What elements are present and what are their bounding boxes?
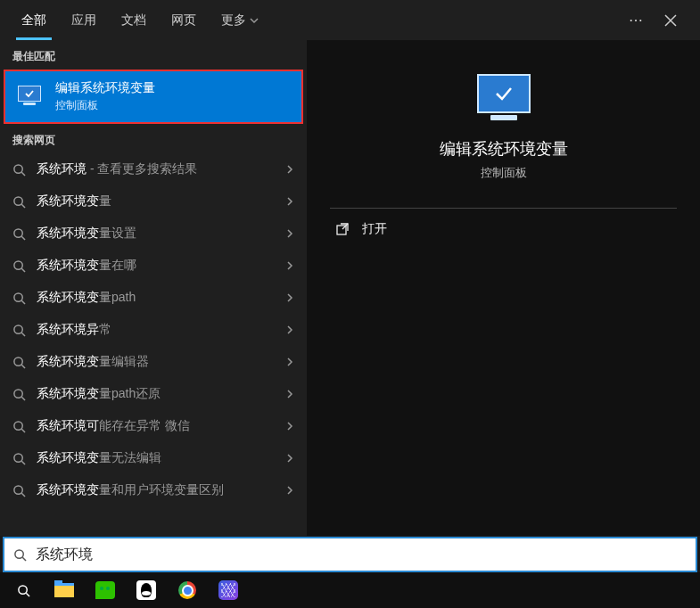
tab-more-label: 更多	[221, 0, 246, 40]
preview-panel: 编辑系统环境变量 控制面板 打开	[307, 40, 700, 536]
svg-point-12	[15, 549, 23, 557]
svg-point-2	[14, 228, 22, 236]
chevron-right-icon	[285, 261, 294, 270]
web-result-item[interactable]: 系统环境变量path	[0, 282, 307, 314]
web-result-item[interactable]: 系统环境变量在哪	[0, 250, 307, 282]
web-result-item[interactable]: 系统环境变量和用户环境变量区别	[0, 474, 307, 506]
svg-point-6	[14, 357, 22, 365]
search-icon	[12, 324, 26, 337]
control-panel-icon	[18, 86, 45, 109]
chevron-right-icon	[285, 486, 294, 495]
preview-title: 编辑系统环境变量	[440, 138, 568, 160]
more-options-icon[interactable]: ⋯	[629, 12, 645, 29]
web-result-label: 系统环境可能存在异常 微信	[37, 418, 275, 434]
tab-apps[interactable]: 应用	[59, 0, 109, 40]
svg-point-5	[14, 325, 22, 333]
search-icon	[12, 195, 26, 209]
search-icon	[12, 388, 26, 401]
best-match-header: 最佳匹配	[0, 40, 307, 70]
action-open[interactable]: 打开	[330, 209, 676, 250]
svg-point-1	[14, 196, 22, 204]
web-result-item[interactable]: 系统环境变量无法编辑	[0, 442, 307, 474]
chevron-right-icon	[285, 422, 294, 431]
taskbar-qq[interactable]	[128, 573, 164, 607]
search-tabs-bar: 全部 应用 文档 网页 更多 ⋯	[0, 0, 700, 40]
chevron-right-icon	[285, 357, 294, 366]
svg-point-7	[14, 389, 22, 397]
search-icon	[12, 356, 26, 369]
preview-large-icon	[477, 74, 531, 113]
preview-subtitle: 控制面板	[481, 165, 527, 181]
svg-point-8	[14, 421, 22, 429]
search-bar[interactable]	[3, 537, 697, 572]
web-result-item[interactable]: 系统环境可能存在异常 微信	[0, 410, 307, 442]
best-match-item[interactable]: 编辑系统环境变量 控制面板	[4, 70, 303, 124]
svg-point-10	[14, 485, 22, 493]
search-icon	[12, 163, 26, 177]
chevron-right-icon	[285, 165, 294, 174]
search-icon	[12, 484, 26, 497]
search-web-header: 搜索网页	[0, 124, 307, 153]
web-result-label: 系统环境变量无法编辑	[37, 450, 275, 466]
chevron-down-icon	[250, 16, 259, 25]
search-input[interactable]	[36, 546, 687, 563]
svg-point-9	[14, 453, 22, 461]
web-result-label: 系统环境变量path	[37, 290, 275, 306]
chevron-right-icon	[285, 390, 294, 398]
taskbar-wechat[interactable]	[87, 573, 123, 607]
best-match-subtitle: 控制面板	[55, 98, 155, 113]
search-icon	[12, 452, 26, 465]
search-icon	[12, 259, 26, 273]
tab-more[interactable]: 更多	[209, 0, 271, 40]
web-result-item[interactable]: 系统环境 - 查看更多搜索结果	[0, 153, 307, 185]
close-button[interactable]	[659, 9, 682, 32]
svg-point-3	[14, 260, 22, 268]
search-icon	[17, 584, 30, 597]
best-match-title: 编辑系统环境变量	[55, 80, 155, 96]
web-result-item[interactable]: 系统环境变量设置	[0, 218, 307, 250]
chevron-right-icon	[285, 229, 294, 238]
qq-icon	[136, 580, 156, 600]
tab-web[interactable]: 网页	[159, 0, 209, 40]
search-icon	[12, 420, 26, 433]
chevron-right-icon	[285, 325, 294, 334]
open-icon	[335, 222, 350, 236]
chevron-right-icon	[285, 197, 294, 206]
web-result-label: 系统环境 - 查看更多搜索结果	[37, 161, 275, 177]
web-result-label: 系统环境变量设置	[37, 226, 275, 242]
web-result-label: 系统环境变量和用户环境变量区别	[37, 482, 275, 498]
web-result-item[interactable]: 系统环境变量编辑器	[0, 346, 307, 378]
search-icon	[12, 292, 26, 305]
web-result-label: 系统环境变量在哪	[37, 258, 275, 274]
svg-point-13	[18, 585, 26, 593]
chevron-right-icon	[285, 454, 294, 463]
search-icon	[12, 227, 26, 241]
app-icon	[218, 580, 238, 600]
taskbar	[0, 572, 700, 608]
chevron-right-icon	[285, 293, 294, 302]
svg-point-4	[14, 292, 22, 300]
taskbar-explorer[interactable]	[46, 573, 82, 607]
search-icon	[13, 548, 27, 562]
web-result-item[interactable]: 系统环境变量	[0, 185, 307, 218]
taskbar-chrome[interactable]	[169, 573, 205, 607]
file-explorer-icon	[54, 583, 74, 597]
web-result-label: 系统环境变量	[37, 193, 275, 210]
tab-docs[interactable]: 文档	[109, 0, 159, 40]
web-result-label: 系统环境变量编辑器	[37, 354, 275, 370]
taskbar-app[interactable]	[210, 573, 246, 607]
web-result-item[interactable]: 系统环境变量path还原	[0, 378, 307, 410]
tab-all[interactable]: 全部	[9, 0, 59, 40]
chrome-icon	[178, 581, 196, 599]
web-result-label: 系统环境异常	[37, 322, 275, 338]
web-result-item[interactable]: 系统环境异常	[0, 314, 307, 346]
results-panel: 最佳匹配 编辑系统环境变量 控制面板 搜索网页 系统环境 - 查看更多搜索结果系…	[0, 40, 307, 536]
taskbar-search-button[interactable]	[5, 573, 41, 607]
wechat-icon	[95, 581, 115, 599]
svg-point-0	[14, 164, 22, 172]
action-open-label: 打开	[362, 221, 387, 237]
web-result-label: 系统环境变量path还原	[37, 386, 275, 402]
